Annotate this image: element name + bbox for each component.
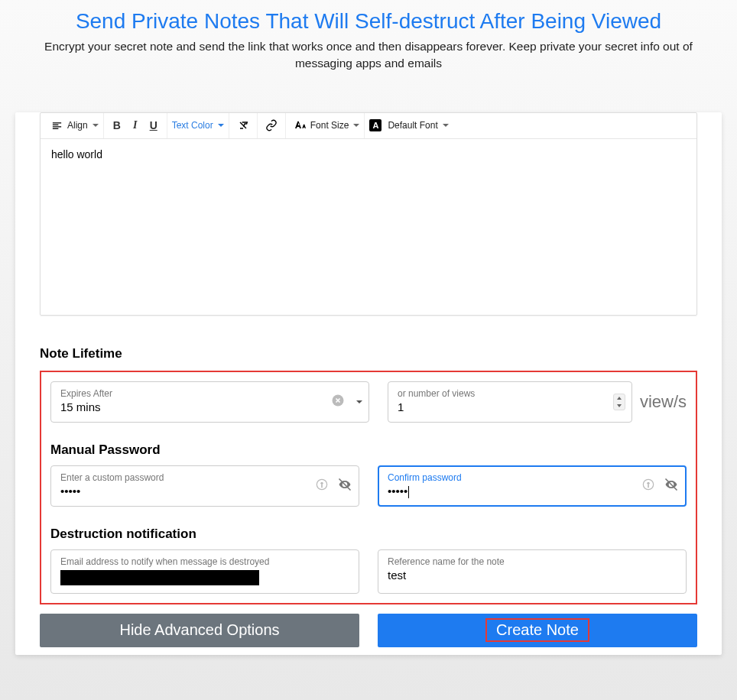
font-icon: A [369,119,381,131]
underline-button[interactable]: U [145,116,162,134]
button-row: Hide Advanced Options Create Note [40,614,697,655]
text-color-dropdown[interactable]: Text Color [167,113,229,138]
visibility-off-icon[interactable] [337,477,352,495]
main-card: Align B I U Text Color [15,112,722,655]
password-key-icon[interactable] [314,477,330,495]
font-size-dropdown[interactable]: Font Size [286,113,365,138]
confirm-password-value: ••••• [388,484,677,498]
chevron-down-icon [218,124,224,127]
confirm-password-field[interactable]: Confirm password ••••• [378,465,687,507]
svg-point-2 [320,482,323,484]
email-label: Email address to notify when message is … [60,556,349,567]
editor: Align B I U Text Color [40,112,697,316]
manual-password-heading: Manual Password [50,442,687,458]
password-label: Enter a custom password [60,472,349,483]
italic-button[interactable]: I [127,116,144,134]
align-label: Align [67,120,88,131]
reference-value: test [388,569,677,582]
reference-name-field[interactable]: Reference name for the note test [378,549,687,594]
expires-after-field[interactable]: Expires After 15 mins [50,381,369,423]
hide-advanced-button[interactable]: Hide Advanced Options [40,614,359,647]
password-key-icon[interactable] [641,477,656,495]
email-field[interactable]: Email address to notify when message is … [50,549,359,594]
default-font-label: Default Font [388,120,437,131]
clear-icon[interactable] [330,393,346,411]
chevron-down-icon [93,124,99,127]
default-font-dropdown[interactable]: A Default Font [365,113,453,138]
email-value-redacted [60,570,259,585]
editor-toolbar: Align B I U Text Color [41,113,696,139]
bold-button[interactable]: B [109,116,125,134]
text-color-label: Text Color [172,120,213,131]
clear-format-icon [234,116,252,134]
create-note-button[interactable]: Create Note [378,614,697,647]
editor-content[interactable]: hello world [41,139,696,315]
destruction-notification-heading: Destruction notification [50,527,687,542]
font-size-label: Font Size [310,120,349,131]
create-note-label: Create Note [485,618,589,642]
font-size-icon [291,116,309,134]
confirm-password-label: Confirm password [388,472,677,483]
note-lifetime-heading: Note Lifetime [40,346,697,361]
page-title: Send Private Notes That Will Self-destru… [0,0,737,38]
chevron-down-icon [353,124,359,127]
chevron-down-icon[interactable] [356,400,362,403]
link-icon [262,116,281,134]
link-button[interactable] [258,113,286,138]
reference-label: Reference name for the note [388,556,677,567]
visibility-off-icon[interactable] [664,477,679,495]
step-down-icon[interactable] [614,402,625,410]
views-stepper[interactable] [613,394,625,410]
clear-format-button[interactable] [229,113,258,138]
align-icon [48,116,66,134]
svg-point-4 [647,482,649,484]
page-subtitle: Encrypt your secret note and send the li… [0,38,737,88]
views-field[interactable]: or number of views 1 [388,381,632,423]
views-value: 1 [398,400,622,413]
password-field[interactable]: Enter a custom password ••••• [50,465,359,507]
views-label: or number of views [398,388,622,399]
align-dropdown[interactable]: Align [44,113,104,138]
text-style-group: B I U [104,113,167,138]
expires-after-label: Expires After [60,388,359,399]
step-up-icon[interactable] [614,394,625,402]
advanced-options-panel: Expires After 15 mins or number of views… [40,371,697,604]
expires-after-value: 15 mins [60,400,359,413]
views-suffix: view/s [640,392,687,412]
chevron-down-icon [443,124,449,127]
password-value: ••••• [60,484,349,497]
